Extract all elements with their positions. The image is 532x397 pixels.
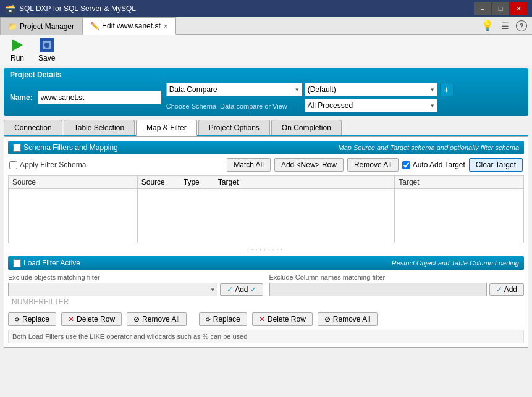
load-filter-right: Restrict Object and Table Column Loading (80, 259, 519, 267)
tab-project-manager[interactable]: 📁 Project Manager (0, 17, 82, 35)
auto-add-target-checkbox[interactable] (402, 161, 410, 169)
exclude-columns-row: ✓ Add (269, 283, 525, 296)
name-input[interactable] (38, 91, 161, 104)
clear-target-button[interactable]: Clear Target (469, 158, 523, 172)
remove-all-button-left[interactable]: ⊘ Remove All (127, 312, 187, 326)
add-objects-button[interactable]: ✓ Add ✓ (220, 283, 263, 296)
tab-map-filter[interactable]: Map & Filter (136, 120, 197, 136)
exclude-objects-label: Exclude objects matching filter (8, 274, 263, 281)
middle-source-label: Source (141, 178, 165, 186)
run-icon (10, 38, 25, 52)
processed-combo-wrap: All Processed Not Processed Processed (305, 99, 437, 112)
schema-table-area: Source Source Type Target Target (8, 175, 524, 243)
header-row: Name: Data Compare Schema Compare View C… (10, 83, 522, 112)
tab-connection[interactable]: Connection (4, 120, 62, 135)
exclude-columns-label: Exclude Column names matching filter (269, 274, 525, 281)
exclude-columns-group: Exclude Column names matching filter ✓ A… (269, 274, 525, 296)
middle-target-label: Target (218, 178, 239, 186)
source-col-header: Source (9, 176, 137, 189)
auto-add-target-label[interactable]: Auto Add Target (402, 161, 465, 169)
replace-button-right[interactable]: ⟳ Replace (199, 312, 247, 326)
default-select[interactable]: (Default) (305, 83, 437, 96)
apply-filter-checkbox[interactable] (9, 161, 17, 169)
tab-project-options[interactable]: Project Options (198, 120, 270, 135)
close-tab-icon[interactable]: ✕ (163, 23, 168, 30)
replace-icon-right: ⟳ (206, 316, 211, 323)
delete-icon-left: ✕ (68, 315, 74, 324)
close-button[interactable]: ✕ (510, 2, 527, 15)
add-new-row-button[interactable]: Add <New> Row (274, 158, 344, 172)
filter-placeholder: NUMBERFILTER (8, 296, 524, 307)
middle-type-label: Type (184, 178, 200, 186)
middle-col-headers: Source Type Target (138, 176, 395, 189)
add-icon-2: ✓ (250, 285, 256, 294)
main-tabs: Connection Table Selection Map & Filter … (4, 120, 528, 136)
content-area: Schema Filters and Mapping Map Source an… (4, 136, 528, 348)
remove-all-button[interactable]: Remove All (347, 158, 399, 172)
replace-icon-left: ⟳ (15, 316, 20, 323)
load-filter-checkbox-label[interactable]: Load Filter Active (13, 259, 80, 267)
load-filter-label: Load Filter Active (23, 259, 80, 267)
action-row-right: ⟳ Replace ✕ Delete Row ⊘ Remove All (199, 312, 378, 326)
delete-icon-right: ✕ (259, 315, 265, 324)
project-details-section: Project Details Name: Data Compare Schem… (4, 68, 528, 116)
bottom-note: Both Load Filters use the LIKE operator … (8, 330, 524, 343)
source-table-body[interactable] (9, 189, 137, 241)
middle-column: Source Type Target (138, 176, 395, 243)
exclude-objects-group: Exclude objects matching filter ✓ Add ✓ (8, 274, 263, 296)
help-icon[interactable]: ? (516, 20, 527, 31)
compare-type-select[interactable]: Data Compare Schema Compare View Compare (166, 83, 302, 96)
save-icon (40, 38, 54, 52)
plus-button[interactable]: + (440, 83, 454, 96)
schema-filter-checkbox-label[interactable]: Schema Filters and Mapping (13, 143, 118, 152)
middle-table-body[interactable] (138, 189, 395, 241)
bulb-icon[interactable]: 💡 (481, 20, 494, 32)
target-column: Target (395, 176, 523, 243)
processed-select[interactable]: All Processed Not Processed Processed (305, 99, 437, 112)
name-label: Name: (10, 93, 33, 102)
apply-filter-label[interactable]: Apply Filter Schema (9, 161, 86, 169)
app-title: SQL DXP for SQL Server & MySQL (19, 4, 474, 13)
match-all-button[interactable]: Match All (227, 158, 271, 172)
apply-filter-text: Apply Filter Schema (20, 161, 86, 169)
schema-header-right: Map Source and Target schema and optiona… (339, 144, 519, 151)
schema-filter-label: Schema Filters and Mapping (23, 143, 118, 152)
action-rows: ⟳ Replace ✕ Delete Row ⊘ Remove All ⟳ Re… (8, 310, 524, 326)
exclude-columns-input (269, 283, 487, 296)
save-button[interactable]: Save (35, 35, 59, 65)
menu-icon[interactable]: ☰ (499, 20, 511, 32)
filter-inputs: Exclude objects matching filter ✓ Add ✓ … (8, 274, 524, 296)
auto-add-target-text: Auto Add Target (413, 161, 465, 169)
compare-hint: Choose Schema, Data compare or View (166, 102, 302, 110)
load-filter-checkbox[interactable] (13, 259, 21, 267)
run-button[interactable]: Run (6, 35, 28, 65)
minimize-button[interactable]: – (474, 2, 491, 15)
compare-type-combo-wrap: Data Compare Schema Compare View Compare (166, 83, 302, 96)
replace-button-left[interactable]: ⟳ Replace (8, 312, 56, 326)
dot-separator: ......... (8, 243, 524, 253)
schema-filter-checkbox[interactable] (13, 144, 21, 152)
source-header-label: Source (12, 178, 36, 186)
schema-header: Schema Filters and Mapping Map Source an… (8, 141, 524, 154)
delete-row-button-left[interactable]: ✕ Delete Row (61, 312, 122, 326)
edit-tab-icon: ✏️ (90, 22, 99, 30)
load-filter-header: Load Filter Active Restrict Object and T… (8, 256, 524, 270)
remove-all-button-right[interactable]: ⊘ Remove All (318, 312, 378, 326)
run-label: Run (11, 54, 24, 62)
tab-on-completion[interactable]: On Completion (271, 120, 342, 135)
project-manager-label: Project Manager (20, 22, 74, 31)
tab-table-selection[interactable]: Table Selection (64, 120, 135, 135)
filter-row: Apply Filter Schema Match All Add <New> … (8, 158, 524, 172)
window-controls: – □ ✕ (474, 2, 527, 15)
add-check-icon: ✓ (227, 285, 233, 294)
add-columns-button[interactable]: ✓ Add (489, 283, 524, 296)
tab-edit[interactable]: ✏️ Edit www.sanet.st ✕ (82, 17, 176, 35)
target-table-body[interactable] (395, 189, 523, 241)
exclude-objects-row: ✓ Add ✓ (8, 283, 263, 296)
remove-icon-left: ⊘ (133, 315, 140, 324)
tab-bar: 📁 Project Manager ✏️ Edit www.sanet.st ✕… (0, 17, 532, 35)
project-manager-icon: 📁 (8, 22, 17, 31)
exclude-objects-select[interactable] (8, 283, 217, 296)
maximize-button[interactable]: □ (492, 2, 509, 15)
delete-row-button-right[interactable]: ✕ Delete Row (252, 312, 313, 326)
